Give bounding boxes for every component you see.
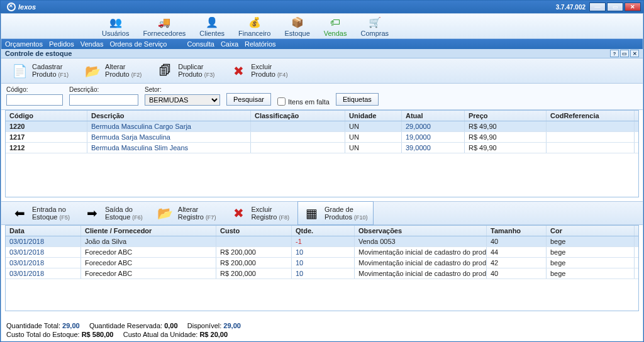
etiquetas-button[interactable]: Etiquetas	[336, 93, 379, 106]
ribbon-icon: 🚚	[157, 16, 171, 30]
th-Preço[interactable]: Preço	[465, 111, 547, 121]
th-Atual[interactable]: Atual	[402, 111, 465, 121]
toolbar-icon: ✖	[230, 204, 247, 222]
filter-bar: Código: Descrição: Setor: BERMUDAS Pesqu…	[1, 84, 643, 110]
btn-Grade de-Produtos[interactable]: ▦ Grade de Produtos (F10)	[297, 201, 374, 225]
ribbon-icon: 🛒	[368, 16, 382, 30]
minimize-button[interactable]: —	[589, 3, 606, 11]
toolbar-icon: ➡	[84, 204, 101, 222]
th-Data[interactable]: Data	[6, 226, 81, 236]
maximize-button[interactable]: ▭	[607, 3, 623, 11]
th-Qtde.[interactable]: Qtde.	[292, 226, 355, 236]
table-row[interactable]: 03/01/2018 Forecedor ABC R$ 200,000 10 M…	[6, 258, 638, 268]
th-Observações[interactable]: Observações	[355, 226, 487, 236]
product-toolbar: 📄 Cadastrar Produto (F1) 📂 Alterar Produ…	[1, 58, 643, 84]
ribbon-icon: 📦	[291, 16, 304, 30]
totals-bar: Quantidade Total: 29,00 Quantidade Reser…	[6, 322, 638, 339]
th-CodReferencia[interactable]: CodReferencia	[547, 111, 635, 121]
th-Custo[interactable]: Custo	[216, 226, 292, 236]
th-Cliente / Fornecedor[interactable]: Cliente / Fornecedor	[81, 226, 216, 236]
codigo-label: Código:	[6, 86, 63, 93]
ribbon-Estoque[interactable]: 📦 Estoque	[284, 16, 309, 37]
ribbon-Compras[interactable]: 🛒 Compras	[360, 16, 389, 37]
btn-Cadastrar-Produto[interactable]: 📄 Cadastrar Produto (F1)	[5, 59, 74, 83]
logo-icon	[7, 3, 16, 11]
ribbon-icon: 🏷	[328, 16, 342, 30]
table-row[interactable]: 03/01/2018 João da Silva -1 Venda 0053 4…	[6, 236, 638, 247]
menu-Caixa[interactable]: Caixa	[221, 40, 238, 48]
table-row[interactable]: 1220 Bermuda Masculina Cargo Sarja UN 29…	[6, 121, 638, 132]
pesquisar-button[interactable]: Pesquisar	[226, 93, 271, 106]
products-table: CódigoDescriçãoClassificaçãoUnidadeAtual…	[5, 110, 639, 197]
toolbar-icon: ⬅	[11, 204, 28, 222]
menu-Vendas[interactable]: Vendas	[80, 40, 104, 48]
table-row[interactable]: 1212 Bermuda Masculina Slim Jeans UN 39,…	[6, 143, 638, 153]
ribbon-nav: 👥 Usuários 🚚 Fornecedores 👤 Clientes 💰 F…	[1, 14, 643, 39]
toolbar-icon: ✖	[230, 62, 247, 80]
menu-Ordens de Serviço[interactable]: Ordens de Serviço	[109, 40, 167, 48]
toolbar-icon: 📂	[84, 62, 101, 80]
btn-Alterar-Produto[interactable]: 📂 Alterar Produto (F2)	[78, 59, 147, 83]
stock-toolbar: ⬅ Entrada no Estoque (F5) ➡ Saída do Est…	[1, 201, 643, 225]
setor-select[interactable]: BERMUDAS	[145, 94, 220, 106]
th-Código[interactable]: Código	[6, 111, 87, 121]
th-Tamanho[interactable]: Tamanho	[487, 226, 547, 236]
ribbon-icon: 👥	[109, 16, 123, 30]
th-Classificação[interactable]: Classificação	[251, 111, 345, 121]
setor-label: Setor:	[145, 86, 220, 93]
panel-max-button[interactable]: ▭	[620, 50, 629, 57]
btn-Alterar-Registro[interactable]: 📂 Alterar Registro (F7)	[151, 201, 222, 225]
th-Unidade[interactable]: Unidade	[345, 111, 402, 121]
descricao-label: Descrição:	[69, 86, 138, 93]
toolbar-icon: 📂	[157, 204, 174, 222]
ribbon-Financeiro[interactable]: 💰 Financeiro	[238, 16, 270, 37]
descricao-input[interactable]	[69, 94, 138, 106]
itens-falta-checkbox[interactable]: Itens em falta	[277, 97, 330, 106]
title-bar: lexos 3.7.47.002 — ▭ ✕	[1, 1, 643, 13]
btn-Saída do-Estoque[interactable]: ➡ Saída do Estoque (F6)	[78, 201, 148, 225]
toolbar-icon: 📄	[11, 62, 28, 80]
panel-title-bar: Controle de estoque ? ▭ ✕	[1, 49, 643, 58]
help-button[interactable]: ?	[610, 50, 619, 57]
menu-bar: OrçamentosPedidosVendasOrdens de Serviço…	[1, 39, 643, 49]
movements-table: DataCliente / FornecedorCustoQtde.Observ…	[5, 225, 639, 311]
menu-Consulta[interactable]: Consulta	[187, 40, 214, 48]
menu-Relatórios[interactable]: Relatórios	[245, 40, 276, 48]
app-name: lexos	[18, 3, 36, 11]
ribbon-Fornecedores[interactable]: 🚚 Fornecedores	[143, 16, 186, 37]
th-Cor[interactable]: Cor	[547, 226, 635, 236]
btn-Entrada no-Estoque[interactable]: ⬅ Entrada no Estoque (F5)	[5, 201, 75, 225]
btn-Excluir-Produto[interactable]: ✖ Excluir Produto (F4)	[224, 59, 293, 83]
app-logo: lexos	[3, 3, 36, 11]
menu-Pedidos[interactable]: Pedidos	[49, 40, 74, 48]
menu-Orçamentos[interactable]: Orçamentos	[5, 40, 43, 48]
th-Descrição[interactable]: Descrição	[87, 111, 251, 121]
table-row[interactable]: 1217 Bermuda Sarja Masculina UN 19,0000 …	[6, 132, 638, 143]
ribbon-Usuários[interactable]: 👥 Usuários	[102, 16, 129, 37]
app-version: 3.7.47.002	[556, 4, 586, 11]
panel-close-button[interactable]: ✕	[630, 50, 639, 57]
close-button[interactable]: ✕	[625, 3, 641, 11]
ribbon-icon: 👤	[205, 16, 219, 30]
toolbar-icon: ▦	[303, 204, 321, 222]
panel-title: Controle de estoque	[5, 50, 72, 57]
ribbon-icon: 💰	[248, 16, 262, 30]
btn-Excluir-Registro[interactable]: ✖ Excluir Registro (F8)	[224, 201, 295, 225]
toolbar-icon: 🗐	[157, 62, 174, 80]
codigo-input[interactable]	[6, 94, 63, 106]
table-row[interactable]: 03/01/2018 Forecedor ABC R$ 200,000 10 M…	[6, 247, 638, 258]
btn-Duplicar-Produto[interactable]: 🗐 Duplicar Produto (F3)	[151, 59, 220, 83]
ribbon-Clientes[interactable]: 👤 Clientes	[199, 16, 225, 37]
ribbon-Vendas[interactable]: 🏷 Vendas	[324, 16, 347, 37]
table-row[interactable]: 03/01/2018 Forecedor ABC R$ 200,000 10 M…	[6, 268, 638, 279]
